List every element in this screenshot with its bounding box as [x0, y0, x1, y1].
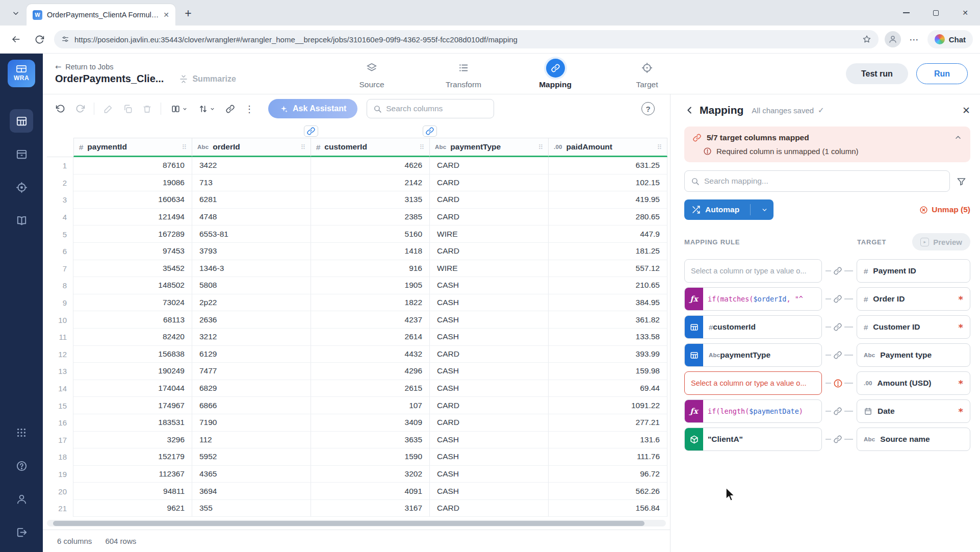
cell-paymentId[interactable]: 183531: [73, 414, 192, 432]
drag-handle-icon[interactable]: ⠿: [300, 143, 305, 151]
column-header-paymentId[interactable]: #paymentId⠿: [73, 138, 192, 157]
test-run-button[interactable]: Test run: [846, 63, 908, 84]
cell-orderId[interactable]: 3793: [192, 243, 311, 260]
scrollbar-thumb[interactable]: [53, 521, 644, 526]
return-to-jobs-link[interactable]: ← Return to Jobs: [55, 63, 236, 71]
cell-paymentType[interactable]: CASH: [430, 432, 549, 449]
cell-paymentType[interactable]: CASH: [430, 380, 549, 397]
cell-paymentId[interactable]: 174044: [73, 380, 192, 397]
mapping-target[interactable]: #Payment ID: [857, 259, 970, 283]
cell-customerId[interactable]: 2142: [311, 174, 430, 192]
cell-paidAmount[interactable]: 419.95: [549, 191, 667, 209]
browser-profile-avatar[interactable]: [885, 31, 901, 47]
cell-paidAmount[interactable]: 280.65: [549, 209, 667, 226]
cell-customerId[interactable]: 1418: [311, 243, 430, 260]
cell-customerId[interactable]: 107: [311, 397, 430, 414]
mapping-source-formula[interactable]: ƒxif(matches($orderId, "^: [684, 287, 822, 311]
step-source[interactable]: Source: [339, 54, 405, 94]
cell-paymentType[interactable]: WIRE: [430, 260, 549, 278]
cell-orderId[interactable]: 3694: [192, 483, 311, 500]
tab-search-button[interactable]: [8, 6, 23, 21]
horizontal-scrollbar[interactable]: [47, 520, 666, 526]
edit-button[interactable]: [98, 99, 118, 118]
cell-orderId[interactable]: 3422: [192, 157, 311, 174]
mapping-target[interactable]: #Customer ID*: [857, 315, 970, 339]
cell-paidAmount[interactable]: 133.58: [549, 329, 667, 346]
cell-paymentId[interactable]: 190249: [73, 363, 192, 380]
cell-orderId[interactable]: 7190: [192, 414, 311, 432]
cell-paymentType[interactable]: CARD: [430, 191, 549, 209]
new-tab-button[interactable]: +: [179, 5, 197, 22]
cell-paymentId[interactable]: 82420: [73, 329, 192, 346]
unmapped-warning-icon[interactable]: [832, 378, 843, 389]
help-icon[interactable]: ?: [641, 102, 655, 115]
mapping-target[interactable]: Date*: [857, 399, 970, 423]
browser-menu-icon[interactable]: ⋯: [907, 34, 921, 45]
cell-paidAmount[interactable]: 1091.22: [549, 397, 667, 414]
undo-button[interactable]: [51, 99, 70, 118]
drag-handle-icon[interactable]: ⠿: [419, 143, 424, 151]
window-maximize-button[interactable]: [921, 0, 950, 26]
filter-icon[interactable]: [952, 177, 970, 186]
cell-customerId[interactable]: 916: [311, 260, 430, 278]
cell-paidAmount[interactable]: 69.44: [549, 380, 667, 397]
cell-paidAmount[interactable]: 631.25: [549, 157, 667, 174]
cell-orderId[interactable]: 5952: [192, 448, 311, 466]
sidebar-item-logout[interactable]: [10, 520, 33, 544]
link-columns-button[interactable]: [220, 99, 240, 118]
cell-orderId[interactable]: 7477: [192, 363, 311, 380]
step-target[interactable]: Target: [614, 54, 680, 94]
mapping-link-icon[interactable]: [832, 293, 843, 305]
drag-handle-icon[interactable]: ⠿: [538, 143, 543, 151]
mapping-source-value[interactable]: "ClientA": [684, 428, 822, 451]
cell-orderId[interactable]: 3212: [192, 329, 311, 346]
step-mapping[interactable]: Mapping: [522, 54, 588, 94]
cell-paymentType[interactable]: WIRE: [430, 225, 549, 243]
column-header-customerId[interactable]: #customerId⠿: [311, 138, 430, 157]
cell-orderId[interactable]: 6129: [192, 346, 311, 363]
cell-paymentType[interactable]: CARD: [430, 157, 549, 174]
cell-paidAmount[interactable]: 96.72: [549, 466, 667, 483]
cell-orderId[interactable]: 4748: [192, 209, 311, 226]
cell-paymentId[interactable]: 73024: [73, 294, 192, 312]
cell-paymentType[interactable]: CARD: [430, 346, 549, 363]
automap-button[interactable]: Automap: [684, 199, 773, 220]
cell-paymentType[interactable]: CASH: [430, 294, 549, 312]
cell-orderId[interactable]: 6281: [192, 191, 311, 209]
mapping-link-icon[interactable]: [832, 265, 843, 277]
cell-paymentType[interactable]: CARD: [430, 174, 549, 192]
column-header-paymentType[interactable]: AbcpaymentType⠿: [430, 138, 549, 157]
cell-customerId[interactable]: 4432: [311, 346, 430, 363]
mapping-source-formula[interactable]: ƒxif(length($paymentDate): [684, 399, 822, 423]
cell-paymentId[interactable]: 152179: [73, 448, 192, 466]
more-options-button[interactable]: ⋮: [240, 99, 259, 118]
cell-customerId[interactable]: 2614: [311, 329, 430, 346]
cell-paidAmount[interactable]: 557.12: [549, 260, 667, 278]
cell-customerId[interactable]: 5160: [311, 225, 430, 243]
cell-orderId[interactable]: 112: [192, 432, 311, 449]
cell-customerId[interactable]: 3202: [311, 466, 430, 483]
cell-orderId[interactable]: 6829: [192, 380, 311, 397]
panel-close-icon[interactable]: ✕: [962, 105, 970, 116]
cell-orderId[interactable]: 2p22: [192, 294, 311, 312]
mapping-search-input[interactable]: [704, 177, 943, 186]
cell-paymentId[interactable]: 121494: [73, 209, 192, 226]
mapping-target[interactable]: #Order ID*: [857, 287, 970, 311]
cell-customerId[interactable]: 3135: [311, 191, 430, 209]
bookmark-star-icon[interactable]: [862, 35, 871, 44]
cell-paymentId[interactable]: 97453: [73, 243, 192, 260]
cell-paymentId[interactable]: 160634: [73, 191, 192, 209]
sidebar-item-docs[interactable]: [10, 209, 33, 232]
cell-paidAmount[interactable]: 447.9: [549, 225, 667, 243]
preview-button[interactable]: ▸ Preview: [912, 233, 970, 250]
cell-orderId[interactable]: 6553-81: [192, 225, 311, 243]
cell-orderId[interactable]: 713: [192, 174, 311, 192]
column-link-icon[interactable]: [304, 126, 318, 137]
chat-extension-button[interactable]: Chat: [927, 30, 973, 48]
cell-paymentId[interactable]: 156838: [73, 346, 192, 363]
site-settings-icon[interactable]: [61, 35, 69, 43]
cell-paymentId[interactable]: 19086: [73, 174, 192, 192]
cell-paymentType[interactable]: CASH: [430, 311, 549, 329]
browser-tab[interactable]: W OrderPayments_ClientA Formulas ✕: [27, 4, 175, 26]
collapse-chevron-icon[interactable]: [954, 134, 962, 142]
